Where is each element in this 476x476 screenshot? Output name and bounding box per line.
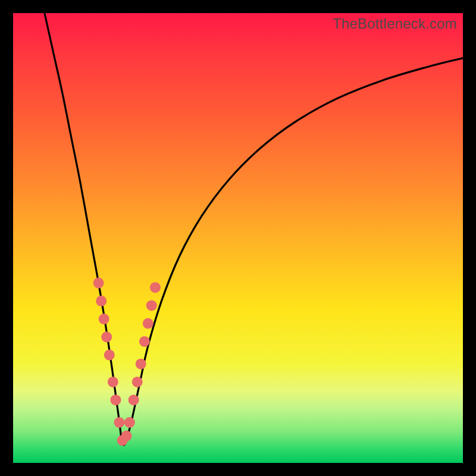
marker-group bbox=[93, 278, 161, 446]
marker-dot bbox=[124, 417, 135, 428]
marker-dot bbox=[136, 359, 146, 369]
outer-frame: TheBottleneck.com bbox=[0, 0, 476, 476]
marker-dot bbox=[146, 300, 157, 311]
marker-dot bbox=[104, 350, 115, 361]
marker-dot bbox=[99, 314, 109, 324]
marker-dot bbox=[121, 431, 132, 441]
marker-dot bbox=[129, 394, 139, 405]
marker-dot bbox=[150, 282, 161, 293]
marker-dot bbox=[143, 318, 154, 329]
marker-dot bbox=[96, 296, 107, 306]
marker-dot bbox=[101, 331, 112, 342]
marker-dot bbox=[139, 336, 150, 347]
plot-area: TheBottleneck.com bbox=[13, 13, 463, 463]
curve-path bbox=[45, 13, 463, 445]
marker-dot bbox=[114, 417, 124, 428]
marker-dot bbox=[108, 377, 118, 387]
bottleneck-chart bbox=[13, 13, 463, 463]
marker-dot bbox=[132, 377, 143, 387]
marker-dot bbox=[110, 394, 121, 405]
marker-dot bbox=[93, 278, 104, 289]
